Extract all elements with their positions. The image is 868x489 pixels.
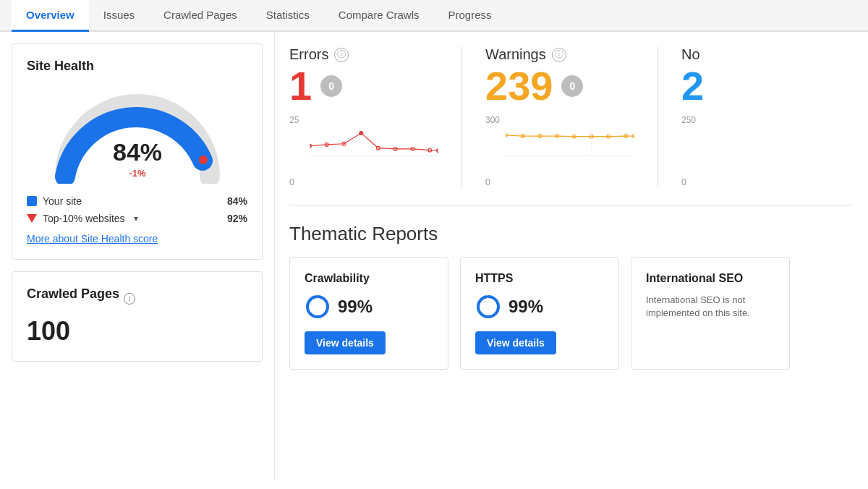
your-site-value: 84% <box>227 195 247 207</box>
stats-row: Errors ⓘ 1 0 25 0 <box>289 46 854 205</box>
legend: Your site 84% Top-10% websites ▾ 92% <box>27 195 247 224</box>
international-seo-card: International SEO International SEO is n… <box>631 257 790 370</box>
legend-your-site: Your site 84% <box>27 195 247 207</box>
main-content: Errors ⓘ 1 0 25 0 <box>275 32 868 480</box>
errors-badge: 0 <box>320 75 342 97</box>
gauge-svg: 84% -1% <box>51 82 224 184</box>
international-seo-title: International SEO <box>646 272 775 285</box>
top10-value: 92% <box>227 213 247 224</box>
site-health-title: Site Health <box>27 59 247 74</box>
tab-issues[interactable]: Issues <box>89 0 149 32</box>
https-percent: 99% <box>475 294 604 320</box>
warnings-value: 239 <box>485 66 553 106</box>
errors-chart: 25 0 <box>289 115 438 187</box>
warnings-chart-min: 0 <box>485 177 490 187</box>
errors-chart-svg <box>310 127 438 157</box>
svg-text:84%: 84% <box>112 138 161 166</box>
legend-top10: Top-10% websites ▾ 92% <box>27 213 247 224</box>
https-view-details-button[interactable]: View details <box>475 331 556 354</box>
tab-statistics[interactable]: Statistics <box>252 0 324 32</box>
tabs-bar: Overview Issues Crawled Pages Statistics… <box>0 0 868 32</box>
thematic-reports-section: Thematic Reports Crawlability 99% View d… <box>289 223 854 370</box>
international-seo-description: International SEO is not implemented on … <box>646 294 775 320</box>
https-ring-icon <box>475 294 501 320</box>
notices-value: 2 <box>681 66 704 106</box>
notices-block: No 2 250 0 <box>658 46 854 187</box>
tab-compare-crawls[interactable]: Compare Crawls <box>324 0 434 32</box>
errors-chart-min: 0 <box>289 177 294 187</box>
top10-dropdown-icon[interactable]: ▾ <box>134 213 138 224</box>
crawled-pages-card: Crawled Pages i 100 <box>12 271 263 362</box>
crawled-pages-value: 100 <box>27 316 247 346</box>
crawlability-title: Crawlability <box>305 272 433 285</box>
site-health-card: Site Health 84% -1% <box>12 43 263 260</box>
errors-value: 1 <box>289 66 312 106</box>
sidebar: Site Health 84% -1% <box>0 32 275 480</box>
crawled-pages-header: Crawled Pages i <box>27 286 247 310</box>
notices-chart: 250 0 <box>681 115 830 187</box>
svg-point-6 <box>359 132 363 135</box>
crawlability-card: Crawlability 99% View details <box>289 257 448 370</box>
your-site-label: Your site <box>43 195 82 207</box>
errors-info-icon[interactable]: ⓘ <box>334 48 349 62</box>
warnings-label: Warnings ⓘ <box>485 46 634 63</box>
reports-row: Crawlability 99% View details HTTPS <box>289 257 854 370</box>
errors-label: Errors ⓘ <box>289 46 438 63</box>
notices-label: No <box>681 46 830 63</box>
tab-overview[interactable]: Overview <box>12 0 89 32</box>
crawlability-view-details-button[interactable]: View details <box>305 331 386 354</box>
warnings-info-icon[interactable]: ⓘ <box>552 48 566 62</box>
warnings-chart-svg <box>506 127 634 157</box>
notices-chart-min: 0 <box>681 177 686 187</box>
crawlability-percent: 99% <box>305 294 433 320</box>
top10-color <box>27 214 37 223</box>
https-title: HTTPS <box>475 272 604 285</box>
more-about-site-health-link[interactable]: More about Site Health score <box>27 233 158 244</box>
crawlability-ring-icon <box>305 294 331 320</box>
https-card: HTTPS 99% View details <box>460 257 619 370</box>
svg-point-25 <box>307 297 328 317</box>
tab-progress[interactable]: Progress <box>434 0 506 32</box>
warnings-chart-max: 300 <box>485 115 500 125</box>
crawled-pages-title: Crawled Pages <box>27 286 119 302</box>
notices-chart-max: 250 <box>681 115 696 125</box>
svg-text:-1%: -1% <box>129 168 146 179</box>
gauge-container: 84% -1% <box>27 82 247 184</box>
tab-crawled-pages[interactable]: Crawled Pages <box>149 0 252 32</box>
svg-point-27 <box>478 297 498 317</box>
warnings-badge: 0 <box>561 75 583 97</box>
top10-label: Top-10% websites <box>43 213 125 224</box>
svg-point-0 <box>199 156 208 164</box>
your-site-color <box>27 196 37 206</box>
thematic-reports-title: Thematic Reports <box>289 223 854 245</box>
warnings-chart: 300 0 <box>485 115 634 187</box>
warnings-block: Warnings ⓘ 239 0 300 0 <box>461 46 658 187</box>
crawled-pages-info-icon[interactable]: i <box>124 293 135 305</box>
errors-chart-max: 25 <box>289 115 299 125</box>
errors-block: Errors ⓘ 1 0 25 0 <box>289 46 461 187</box>
